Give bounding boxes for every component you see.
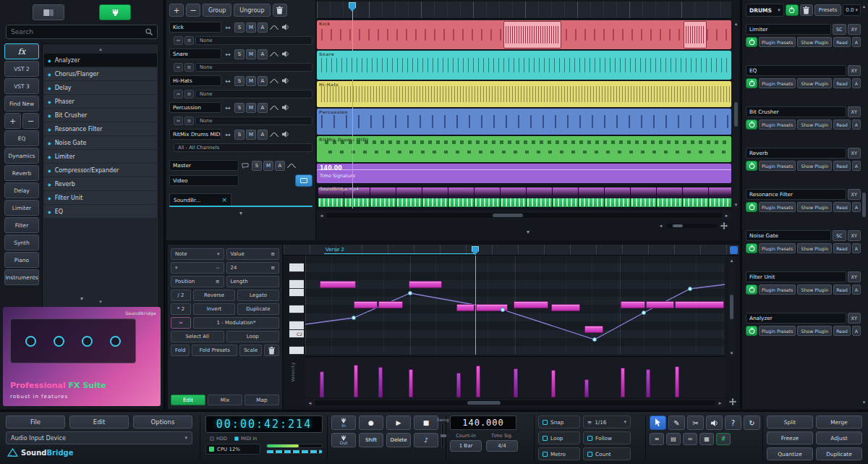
loop-record-button[interactable]: ↻: [744, 416, 760, 430]
velocity-lane[interactable]: [305, 356, 725, 397]
scale-button[interactable]: Scale: [239, 345, 262, 356]
automation-curve-icon[interactable]: [269, 49, 279, 59]
sidechain-button[interactable]: SC: [833, 24, 846, 35]
list-view-icon[interactable]: ≡: [650, 433, 664, 445]
automation-curve-icon[interactable]: [269, 130, 279, 140]
show-plugin-button[interactable]: Show Plugin: [797, 202, 832, 212]
wave-view-icon[interactable]: ≈: [683, 433, 697, 445]
adjust-button[interactable]: Adjust: [816, 431, 862, 444]
presets-button[interactable]: Presets: [814, 4, 841, 16]
xy-button[interactable]: XY: [848, 148, 861, 159]
piano-hscrollbar[interactable]: ◂ ▸: [305, 399, 725, 407]
video-lane[interactable]: SoundBridge.mp4: [317, 185, 731, 209]
loop-button[interactable]: Loop: [226, 331, 280, 342]
output-monitor-button[interactable]: Out: [331, 433, 356, 447]
plugin-presets-button[interactable]: Plugin Presets: [759, 243, 796, 253]
video-thumbnail[interactable]: [370, 187, 396, 207]
video-thumbnail[interactable]: [605, 187, 630, 207]
browser-tab-fx[interactable]: fx: [4, 43, 39, 59]
speaker-icon[interactable]: [281, 22, 291, 33]
select-all-button[interactable]: Select All: [171, 331, 224, 342]
automation-mode-button[interactable]: A: [852, 78, 861, 88]
time-display[interactable]: 00:00:42:214: [205, 416, 323, 433]
xy-button[interactable]: XY: [848, 271, 861, 282]
solo-button[interactable]: S: [234, 22, 244, 33]
mute-button[interactable]: M: [246, 49, 256, 59]
hscroll-track[interactable]: [315, 400, 715, 405]
video-track-name[interactable]: Video: [169, 175, 239, 186]
value-select[interactable]: Value≡: [226, 248, 280, 260]
scroll-up-icon[interactable]: ▴: [733, 21, 739, 27]
plugin-item-delay[interactable]: ◆Delay: [44, 81, 157, 95]
velocity-bar[interactable]: [551, 370, 556, 397]
list-icon[interactable]: ≡: [184, 90, 194, 98]
insert-slot[interactable]: None: [195, 117, 312, 125]
arm-button[interactable]: A: [258, 49, 268, 59]
plugin-item-resonance-filter[interactable]: ◆Resonance Filter: [44, 122, 157, 136]
automation-mode-button[interactable]: A: [852, 326, 861, 336]
track-name[interactable]: Snare: [169, 48, 221, 59]
solo-button[interactable]: S: [234, 49, 244, 59]
xy-button[interactable]: XY: [848, 230, 861, 241]
xy-button[interactable]: XY: [848, 24, 861, 35]
editor-tab-mix[interactable]: Mix: [208, 395, 242, 405]
timeline-lane-kick[interactable]: Kick: [317, 20, 731, 49]
io-arrows-icon[interactable]: ↔: [223, 76, 233, 86]
scroll-up-icon[interactable]: ▴: [44, 46, 157, 54]
video-window-button[interactable]: [295, 174, 312, 187]
modulation-select[interactable]: 1 - Modulation*: [193, 317, 279, 329]
list-icon[interactable]: ≡: [184, 36, 194, 45]
duplicate-button[interactable]: Duplicate: [816, 447, 862, 460]
audio-device-select[interactable]: Audio Input Device ▾: [6, 431, 192, 444]
piano-key[interactable]: C2: [289, 330, 304, 338]
promo-banner[interactable]: SoundBridge Professional FX Suite Robust…: [3, 307, 161, 406]
piano-key[interactable]: [289, 289, 304, 297]
video-thumbnail[interactable]: [527, 187, 552, 207]
grid-view-icon[interactable]: ▤: [666, 433, 681, 445]
scroll-right-icon[interactable]: ▸: [723, 213, 730, 219]
read-button[interactable]: Read: [833, 37, 851, 47]
plugin-presets-button[interactable]: Plugin Presets: [759, 326, 796, 336]
scroll-left-icon[interactable]: ◂: [307, 400, 313, 406]
list-icon[interactable]: ≡: [184, 63, 194, 72]
modulation-wave-icon[interactable]: ≈: [171, 317, 191, 329]
fx-name[interactable]: Resonance Filter: [746, 189, 846, 200]
category-tab-synth[interactable]: Synth: [4, 235, 39, 250]
master-track-name[interactable]: Master: [169, 160, 239, 171]
solo-button[interactable]: S: [234, 76, 244, 86]
group-button[interactable]: Group: [203, 4, 231, 17]
menu-edit[interactable]: Edit: [69, 416, 129, 429]
wave-icon[interactable]: ≈: [174, 36, 183, 45]
audio-clip[interactable]: [684, 21, 707, 48]
automation-mode-button[interactable]: A: [852, 284, 861, 295]
pointer-tool[interactable]: [650, 416, 666, 430]
plugin-item-reverb[interactable]: ◆Reverb: [44, 177, 157, 191]
layout-toggle-button[interactable]: [33, 4, 64, 20]
quantize-grid-icon[interactable]: #: [716, 433, 731, 445]
ungroup-button[interactable]: Ungroup: [234, 4, 270, 17]
piano-key[interactable]: [289, 347, 304, 355]
value-field[interactable]: 24≡: [226, 262, 280, 274]
plugin-item-limiter[interactable]: ◆Limiter: [44, 150, 157, 164]
timeline-lane-percussion[interactable]: Percussion: [317, 109, 731, 135]
master-mute-button[interactable]: M: [263, 161, 273, 171]
velocity-bar[interactable]: [378, 367, 383, 397]
gain-control[interactable]: 0.0▾: [843, 4, 861, 16]
loop-toggle[interactable]: Loop: [538, 431, 580, 444]
split-tool[interactable]: ✂: [687, 416, 704, 430]
swing-control[interactable]: Swing: [437, 418, 449, 448]
fx-name[interactable]: Analyzer: [746, 313, 846, 324]
insert-slot[interactable]: None: [195, 90, 312, 98]
automation-curve-icon[interactable]: [286, 161, 297, 171]
timeline-vscrollbar[interactable]: ▴ ▾: [733, 20, 739, 208]
piano-key[interactable]: [289, 280, 304, 288]
plugin-item-analyzer[interactable]: ◆Analyzer: [44, 54, 157, 67]
video-thumbnail[interactable]: [709, 187, 731, 207]
xy-button[interactable]: XY: [848, 189, 861, 200]
fx-power-button[interactable]: [746, 202, 757, 212]
pencil-tool[interactable]: ✎: [668, 416, 685, 430]
velocity-bar[interactable]: [476, 366, 480, 397]
fold-presets-button[interactable]: Fold Presets: [192, 345, 237, 356]
legato-button[interactable]: Legato: [237, 290, 279, 301]
show-plugin-button[interactable]: Show Plugin: [797, 243, 832, 253]
